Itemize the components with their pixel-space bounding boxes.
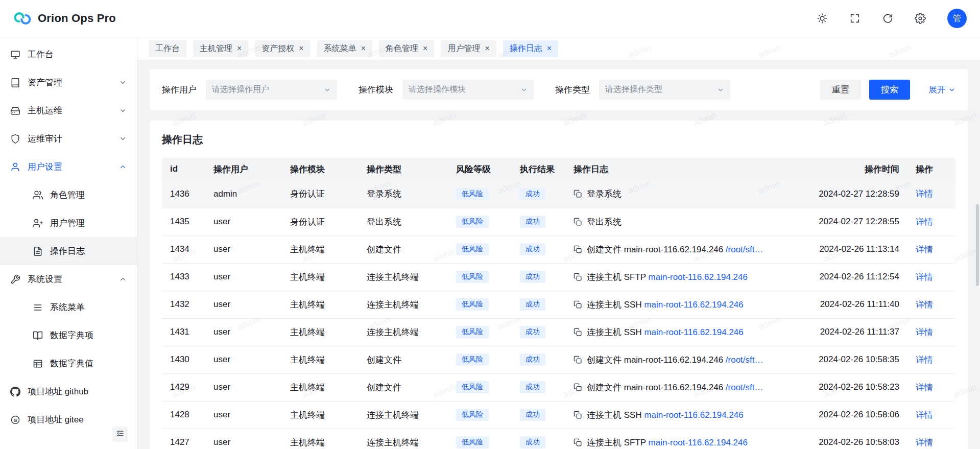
tab-user-manage[interactable]: 用户管理× — [441, 40, 496, 57]
sidebar-item-host-ops[interactable]: 主机运维 — [0, 97, 137, 125]
copy-icon[interactable] — [573, 273, 582, 281]
cell-user: user — [205, 208, 282, 235]
reset-button[interactable]: 重置 — [820, 80, 861, 100]
log-parts: 登出系统 — [587, 216, 622, 228]
detail-link[interactable]: 详情 — [916, 410, 933, 420]
table-row: 1434user主机终端创建文件低风险成功创建文件 main-root-116.… — [162, 235, 955, 263]
cell-risk: 低风险 — [448, 346, 512, 373]
cell-type: 连接主机终端 — [358, 429, 448, 449]
detail-link[interactable]: 详情 — [916, 355, 933, 365]
tab-close-icon[interactable]: × — [485, 44, 489, 53]
cell-result: 成功 — [512, 263, 565, 291]
settings-button[interactable] — [915, 13, 926, 24]
detail-link[interactable]: 详情 — [916, 300, 933, 310]
sidebar-item-ops-audit[interactable]: 运维审计 — [0, 125, 137, 153]
sidebar-item-user-management[interactable]: 用户管理 — [0, 209, 137, 237]
log-text: 创建文件 main-root-116.62.194.246 — [587, 383, 726, 392]
tab-sys-menu[interactable]: 系统菜单× — [317, 40, 372, 57]
scrollbar-thumb[interactable] — [976, 204, 979, 286]
detail-link[interactable]: 详情 — [916, 383, 933, 392]
detail-link[interactable]: 详情 — [916, 327, 933, 337]
copy-icon[interactable] — [573, 190, 582, 198]
cell-result: 成功 — [512, 180, 565, 208]
log-link[interactable]: main-root-116.62.194.246 — [649, 438, 748, 447]
log-link[interactable]: /root/sft… — [726, 383, 763, 392]
log-cell: 登录系统 — [573, 188, 802, 200]
log-link[interactable]: main-root-116.62.194.246 — [644, 410, 743, 420]
tabbar: 工作台主机管理×资产授权×系统菜单×角色管理×用户管理×操作日志× — [137, 37, 980, 60]
cell-id: 1431 — [162, 318, 205, 346]
cell-result: 成功 — [512, 208, 565, 235]
result-badge: 成功 — [520, 353, 545, 366]
log-link[interactable]: main-root-116.62.194.246 — [644, 327, 743, 337]
tab-close-icon[interactable]: × — [299, 44, 303, 53]
fullscreen-button[interactable] — [849, 13, 861, 24]
log-cell: 连接主机 SSH main-root-116.62.194.246 — [573, 326, 802, 338]
tab-close-icon[interactable]: × — [423, 44, 427, 53]
sidebar-item-label: 资产管理 — [28, 77, 62, 88]
sidebar-item-dict-item[interactable]: 数据字典项 — [0, 321, 137, 349]
tab-close-icon[interactable]: × — [547, 44, 552, 53]
sidebar-collapse-button[interactable] — [112, 427, 128, 442]
copy-icon[interactable] — [573, 411, 582, 419]
select-op-type[interactable]: 请选择操作类型 — [599, 80, 730, 100]
cell-user: user — [205, 235, 282, 263]
copy-icon[interactable] — [573, 245, 582, 254]
sidebar-item-asset-management[interactable]: 资产管理 — [0, 68, 137, 97]
copy-icon[interactable] — [573, 356, 582, 364]
cell-action: 详情 — [907, 263, 955, 291]
sidebar-item-workbench[interactable]: 工作台 — [0, 40, 137, 68]
copy-icon[interactable] — [573, 328, 582, 337]
detail-link[interactable]: 详情 — [916, 272, 933, 282]
sidebar-item-github[interactable]: 项目地址 github — [0, 377, 137, 406]
detail-link[interactable]: 详情 — [916, 438, 933, 447]
column-header: 操作 — [907, 158, 955, 180]
cell-result: 成功 — [512, 318, 565, 346]
cell-result: 成功 — [512, 401, 565, 429]
select-op-module[interactable]: 请选择操作模块 — [402, 80, 534, 100]
log-link[interactable]: /root/sft… — [726, 245, 763, 254]
column-header: 风险等级 — [448, 158, 512, 180]
tab-op-log[interactable]: 操作日志× — [503, 40, 558, 57]
sidebar-item-dict-value[interactable]: 数据字典值 — [0, 349, 137, 377]
log-link[interactable]: main-root-116.62.194.246 — [649, 272, 748, 282]
cell-module: 主机终端 — [282, 401, 358, 429]
copy-icon[interactable] — [573, 218, 582, 226]
copy-icon[interactable] — [573, 438, 582, 447]
table-header-row: id操作用户操作模块操作类型风险等级执行结果操作日志操作时间操作 — [162, 158, 955, 180]
sidebar-item-role-management[interactable]: 角色管理 — [0, 181, 137, 209]
detail-link[interactable]: 详情 — [916, 189, 933, 199]
copy-icon[interactable] — [573, 383, 582, 392]
avatar[interactable]: 管 — [947, 9, 967, 28]
filter-field-op-user: 操作用户请选择操作用户 — [162, 80, 358, 100]
cell-type: 创建文件 — [358, 373, 448, 401]
tab-close-icon[interactable]: × — [237, 44, 242, 53]
select-placeholder: 请选择操作模块 — [409, 84, 466, 95]
audit-icon — [10, 134, 20, 144]
sidebar-item-system-settings[interactable]: 系统设置 — [0, 265, 137, 293]
cell-action: 详情 — [907, 208, 955, 235]
risk-badge: 低风险 — [456, 381, 489, 393]
tab-asset-auth[interactable]: 资产授权× — [255, 40, 310, 57]
tab-role-manage[interactable]: 角色管理× — [379, 40, 434, 57]
table-row: 1435user身份认证登出系统低风险成功登出系统2024-02-27 12:2… — [162, 208, 955, 235]
tab-workbench[interactable]: 工作台 — [149, 40, 186, 57]
cell-risk: 低风险 — [448, 401, 512, 429]
tab-host-manage[interactable]: 主机管理× — [193, 40, 248, 57]
detail-link[interactable]: 详情 — [916, 217, 933, 227]
copy-icon[interactable] — [573, 300, 582, 309]
sidebar-item-operation-log[interactable]: 操作日志 — [0, 237, 137, 265]
sidebar-item-user-settings[interactable]: 用户设置 — [0, 153, 137, 181]
expand-toggle[interactable]: 展开 — [928, 84, 955, 96]
refresh-button[interactable] — [882, 13, 893, 24]
log-link[interactable]: /root/sft… — [726, 355, 763, 365]
detail-link[interactable]: 详情 — [916, 245, 933, 254]
assets-icon — [10, 78, 20, 88]
select-op-user[interactable]: 请选择操作用户 — [206, 80, 337, 100]
cell-action: 详情 — [907, 429, 955, 449]
sidebar-item-system-menu[interactable]: 系统菜单 — [0, 293, 137, 321]
theme-toggle-button[interactable] — [817, 13, 828, 24]
search-button[interactable]: 搜索 — [869, 80, 910, 100]
log-link[interactable]: main-root-116.62.194.246 — [644, 300, 743, 310]
tab-close-icon[interactable]: × — [361, 44, 366, 53]
